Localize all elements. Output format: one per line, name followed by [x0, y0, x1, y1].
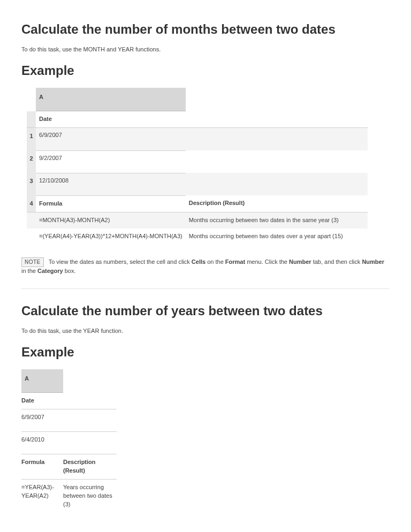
cell-a2: 6/4/2010	[21, 432, 63, 454]
description-cell: Years occurring between two dates (3)	[63, 480, 117, 513]
formula-cell: =(YEAR(A4)-YEAR(A3))*12+MONTH(A4)-MONTH(…	[36, 229, 186, 245]
section-divider	[21, 288, 390, 289]
col-header-a: A	[36, 88, 186, 111]
description-cell: Months occurring between two dates in th…	[186, 212, 368, 228]
row-number: 3	[27, 173, 36, 195]
intro-section2: To do this task, use the YEAR function.	[21, 327, 390, 336]
intro-section1: To do this task, use the MONTH and YEAR …	[21, 45, 390, 54]
example-table-1: A Date 1 6/9/2007 2 9/2/2007 3 12/10/200…	[27, 88, 368, 245]
row-number: 1	[27, 128, 36, 150]
description-label: Description (Result)	[186, 195, 368, 212]
example-heading-1: Example	[21, 62, 390, 80]
note-block: NOTE To view the dates as numbers, selec…	[21, 257, 390, 276]
heading-section1: Calculate the number of months between t…	[21, 20, 390, 39]
formula-label: Formula	[21, 454, 63, 480]
cell-a2: 9/2/2007	[36, 150, 186, 173]
formula-cell: =YEAR(A3)-YEAR(A2)	[21, 480, 63, 513]
cell-a1: 6/9/2007	[36, 128, 186, 150]
formula-label: Formula	[36, 195, 186, 212]
cell-a3: 12/10/2008	[36, 173, 186, 195]
row-number: 4	[27, 195, 36, 212]
heading-section2: Calculate the number of years between tw…	[21, 302, 390, 321]
cell-a1: 6/9/2007	[21, 409, 63, 432]
date-label: Date	[21, 393, 63, 409]
col-header-a: A	[21, 369, 63, 393]
row-number: 2	[27, 150, 36, 173]
formula-cell: =MONTH(A3)-MONTH(A2)	[36, 212, 186, 228]
description-label: Description (Result)	[63, 454, 117, 480]
description-cell: Months occurring between two dates over …	[186, 229, 368, 245]
date-label: Date	[36, 111, 186, 128]
example-heading-2: Example	[21, 343, 390, 362]
note-text: To view the dates as numbers, select the…	[21, 259, 384, 274]
example-table-2: A Date 6/9/2007 6/4/2010 Formula Descrip…	[21, 369, 117, 513]
note-badge: NOTE	[21, 257, 44, 268]
